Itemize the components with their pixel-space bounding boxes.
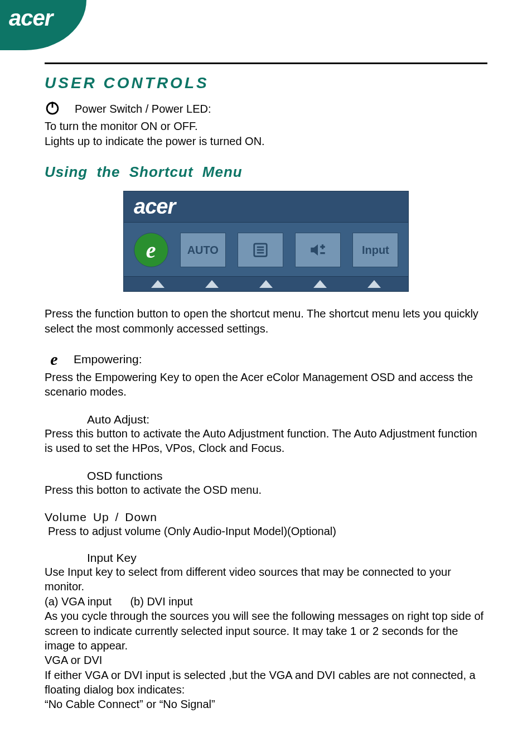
- arrow-up-icon: [259, 280, 273, 288]
- arrow-up-icon: [151, 280, 165, 288]
- document-page: acer USER CONTROLS Power Switch / Power …: [0, 0, 532, 756]
- arrow-up-icon: [205, 280, 219, 288]
- input-key-p6: “No Cable Connect” or “No Signal”: [45, 697, 487, 711]
- empowering-e-icon: e: [146, 237, 156, 263]
- osd-empowering-button: e: [134, 233, 168, 267]
- power-icon: [45, 100, 60, 118]
- arrow-up-icon: [367, 280, 381, 288]
- osd-functions-body: Press this botton to activate the OSD me…: [45, 483, 487, 497]
- acer-logo: acer: [9, 6, 52, 31]
- heading-user-controls: USER CONTROLS: [45, 74, 487, 92]
- menu-icon: [252, 242, 269, 258]
- power-switch-label: Power Switch / Power LED:: [75, 103, 211, 115]
- osd-functions-title: OSD functions: [87, 469, 487, 483]
- volume-icon: [308, 240, 327, 259]
- power-line-2: Lights up to indicate the power is turne…: [45, 134, 487, 149]
- empowering-title: Empowering:: [74, 353, 142, 366]
- input-key-p2: (a) VGA input (b) DVI input: [45, 594, 487, 609]
- auto-adjust-title: Auto Adjust:: [87, 413, 487, 426]
- arrow-up-icon: [313, 280, 327, 288]
- osd-panel: acer e AUTO: [123, 191, 409, 292]
- osd-menu-figure: acer e AUTO: [45, 191, 487, 292]
- input-key-p1: Use Input key to select from different v…: [45, 565, 487, 594]
- osd-button-row: e AUTO: [124, 223, 408, 276]
- volume-body: Press to adjust volume (Only Audio-Input…: [48, 525, 487, 538]
- section-empowering: e Empowering: Press the Empowering Key t…: [45, 350, 487, 399]
- empowering-e-icon: e: [45, 350, 64, 369]
- osd-menu-button: [238, 233, 283, 267]
- input-key-p5: If either VGA or DVI input is selected ,…: [45, 668, 487, 697]
- power-line-1: To turn the monitor ON or OFF.: [45, 119, 487, 134]
- osd-volume-button: [295, 233, 341, 267]
- heading-shortcut-menu: Using the Shortcut Menu: [45, 163, 487, 181]
- osd-header: acer: [124, 191, 408, 223]
- shortcut-description: Press the function button to open the sh…: [45, 306, 487, 336]
- input-key-p4: VGA or DVI: [45, 653, 487, 667]
- content-area: USER CONTROLS Power Switch / Power LED: …: [0, 0, 532, 734]
- osd-input-button: Input: [352, 233, 398, 267]
- input-key-title: Input Key: [87, 551, 487, 565]
- section-osd-functions: OSD functions Press this botton to activ…: [45, 469, 487, 497]
- empowering-body: Press the Empowering Key to open the Ace…: [45, 370, 487, 399]
- section-auto-adjust: Auto Adjust: Press this button to activa…: [45, 413, 487, 456]
- osd-acer-logo: acer: [134, 195, 175, 219]
- osd-auto-button: AUTO: [180, 233, 226, 267]
- osd-arrow-row: [124, 276, 408, 291]
- input-key-p3: As you cycle through the sources you wil…: [45, 609, 487, 653]
- section-input-key: Input Key Use Input key to select from d…: [45, 551, 487, 712]
- auto-adjust-body: Press this button to activate the Auto A…: [45, 426, 487, 456]
- power-switch-row: Power Switch / Power LED:: [45, 100, 487, 118]
- divider: [45, 62, 487, 64]
- volume-title: Volume Up / Down: [45, 511, 487, 524]
